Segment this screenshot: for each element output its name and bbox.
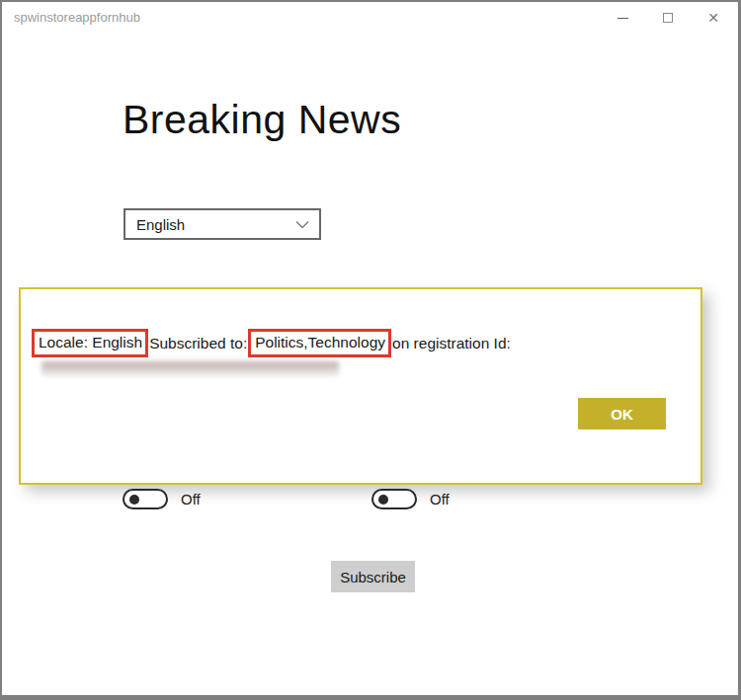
- minimize-icon: [618, 18, 628, 19]
- language-select[interactable]: English: [124, 208, 321, 240]
- close-button[interactable]: ✕: [691, 2, 736, 34]
- language-select-value: English: [136, 216, 185, 233]
- locale-text: Locale: English: [39, 334, 142, 350]
- subscribe-button[interactable]: Subscribe: [331, 561, 415, 592]
- close-icon: ✕: [707, 11, 719, 25]
- toggle-knob-icon: [129, 495, 139, 505]
- registration-id-redacted: [41, 361, 339, 378]
- subscription-dialog: Locale: EnglishSubscribed to:Politics,Te…: [19, 287, 702, 485]
- minimize-button[interactable]: [600, 2, 645, 34]
- chevron-down-icon: [295, 220, 309, 229]
- window-title: spwinstoreappfornhub: [14, 10, 140, 25]
- subscribed-text: Subscribed to:: [149, 335, 247, 352]
- app-window: spwinstoreappfornhub ✕ Breaking News Eng…: [0, 0, 741, 700]
- maximize-button[interactable]: [645, 2, 691, 34]
- title-bar: spwinstoreappfornhub ✕: [2, 2, 738, 34]
- window-controls: ✕: [600, 2, 736, 34]
- toggle-1-state-label: Off: [181, 491, 201, 507]
- toggle-knob-icon: [378, 495, 388, 505]
- dialog-message: Locale: EnglishSubscribed to:Politics,Te…: [32, 329, 511, 357]
- toggle-switch-2[interactable]: [371, 489, 417, 509]
- maximize-icon: [663, 13, 673, 23]
- ok-button[interactable]: OK: [578, 398, 666, 429]
- page-title: Breaking News: [123, 97, 401, 143]
- toggle-switch-1[interactable]: [123, 489, 168, 509]
- locale-highlight-box: Locale: English: [32, 329, 148, 357]
- registration-text: on registration Id:: [392, 335, 511, 352]
- toggle-2-state-label: Off: [430, 491, 450, 507]
- topics-text: Politics,Technology: [255, 334, 385, 350]
- topics-highlight-box: Politics,Technology: [248, 329, 391, 357]
